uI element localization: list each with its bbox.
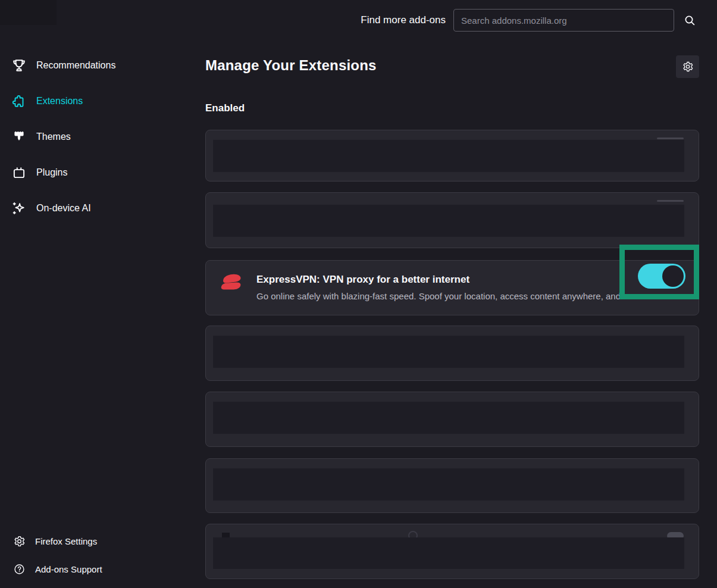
extension-card-redacted (205, 326, 699, 381)
sparkle-icon (11, 200, 27, 217)
find-more-addons-label: Find more add-ons (361, 14, 446, 26)
trophy-icon (11, 57, 27, 74)
extension-name-link[interactable]: ExpressVPN: VPN proxy for a better inter… (256, 274, 469, 286)
sidebar-item-firefox-settings[interactable]: Firefox Settings (0, 531, 202, 551)
gear-icon (12, 534, 26, 548)
sidebar-item-label: Recommendations (36, 60, 115, 71)
sidebar-item-themes[interactable]: Themes (0, 125, 202, 149)
sidebar-item-label: Plugins (36, 167, 67, 178)
page-title: Manage Your Extensions (205, 57, 377, 74)
sidebar-item-recommendations[interactable]: Recommendations (0, 54, 202, 77)
sidebar-footer-label: Add-ons Support (35, 564, 102, 574)
redaction-overlay (213, 537, 684, 569)
search-button[interactable] (682, 12, 697, 28)
magnifier-icon (682, 13, 697, 27)
expressvpn-logo (216, 268, 247, 299)
question-icon (12, 562, 26, 576)
toggle-knob (662, 265, 684, 287)
addons-search-bar: Find more add-ons (0, 9, 717, 32)
redaction-overlay (213, 402, 684, 434)
tools-menu-button[interactable] (676, 55, 699, 78)
sidebar-item-on-device-ai[interactable]: On-device AI (0, 196, 202, 220)
redaction-overlay (213, 336, 684, 368)
extension-description: Go online safely with blazing-fast speed… (256, 291, 688, 301)
sidebar-footer: Firefox Settings Add-ons Support (0, 531, 202, 587)
extension-card-redacted (205, 130, 699, 182)
plug-icon (11, 164, 27, 181)
sidebar-item-addons-support[interactable]: Add-ons Support (0, 559, 202, 578)
sidebar-item-label: On-device AI (36, 203, 91, 214)
paintbrush-icon (11, 129, 27, 145)
redacted-toggle-placeholder (657, 200, 684, 202)
sidebar-item-label: Themes (36, 132, 71, 142)
redaction-overlay (213, 468, 684, 501)
extension-card-redacted (205, 392, 699, 447)
sidebar-footer-label: Firefox Settings (35, 536, 97, 546)
search-input[interactable] (453, 9, 674, 32)
redaction-overlay (213, 205, 684, 237)
extension-card-redacted (205, 192, 699, 248)
extension-card-redacted (205, 458, 699, 513)
extension-card-expressvpn: ExpressVPN: VPN proxy for a better inter… (205, 260, 699, 315)
gear-icon (682, 61, 694, 73)
sidebar-item-label: Extensions (36, 96, 83, 107)
puzzle-icon (11, 93, 27, 110)
redacted-toggle-placeholder (657, 137, 684, 139)
sidebar-item-plugins[interactable]: Plugins (0, 161, 202, 184)
enabled-section-heading: Enabled (205, 102, 245, 114)
category-sidebar: Recommendations Extensions Themes Plugin… (0, 54, 202, 232)
extension-card-redacted (205, 524, 699, 579)
extension-enable-toggle[interactable] (638, 264, 685, 289)
redaction-overlay (213, 140, 684, 172)
sidebar-item-extensions[interactable]: Extensions (0, 89, 202, 113)
